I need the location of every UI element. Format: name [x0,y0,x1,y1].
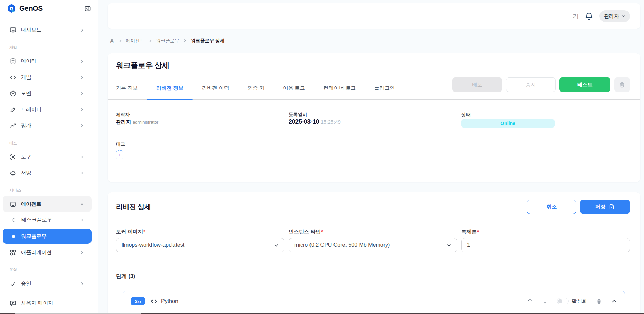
activate-toggle[interactable] [557,298,569,304]
page-title: 워크플로우 상세 [116,60,630,71]
save-button[interactable]: 저장 [580,200,630,214]
sidebar-item-label: 평가 [21,122,31,129]
revision-detail-card: 리비전 상세 취소 저장 도커 이미지* llmops-workflow-api… [108,192,640,314]
chevron-right-icon [80,91,84,96]
revision-buttons: 취소 저장 [527,200,630,214]
tab-revision-history[interactable]: 리비전 이력 [193,80,238,99]
chevron-down-icon [621,14,626,19]
sidebar-item-workflow[interactable]: 워크플로우 [3,229,92,244]
step-trash-icon[interactable] [596,298,602,304]
chevron-right-icon [80,107,84,112]
tab-auth-key[interactable]: 인증 키 [239,80,274,99]
chevron-right-icon [80,218,84,222]
chevron-right-icon [80,281,84,286]
chevron-right-icon [80,75,84,80]
replica-input[interactable]: 1 [461,238,630,252]
move-up-icon[interactable] [527,298,533,304]
registered-label: 등록일시 [289,112,457,117]
sidebar-item-approval[interactable]: 승인 [3,276,92,292]
top-header-bar: 가 관리자 [108,3,640,29]
registered-time: 15:25:49 [321,119,341,125]
step-card-header[interactable]: 2/3 Python 활성화 [131,297,617,305]
instance-type-select[interactable]: micro (0.2 CPU Core, 500 Mb Memory) [289,238,457,252]
sidebar-item-label: 승인 [21,280,31,287]
test-button[interactable]: 테스트 [559,77,610,92]
breadcrumb-agent[interactable]: 에이전트 [126,38,145,44]
instance-type-value: micro (0.2 CPU Core, 500 Mb Memory) [294,242,390,248]
sidebar-item-serving[interactable]: 서빙 [3,165,92,181]
cancel-button[interactable]: 취소 [527,200,576,214]
sidebar-item-userpage[interactable]: 사용자 페이지 [3,295,92,311]
sidebar-item-label: 사용자 페이지 [21,300,53,306]
sidebar-item-label: 대시보드 [21,27,41,33]
sidebar: GenOS 대시보드 개발 데이터 개발 모델 [0,0,98,314]
replica-value: 1 [467,242,470,248]
tab-usage-log[interactable]: 이용 로그 [274,80,314,99]
creator-id: administrator [133,120,158,125]
docker-image-select[interactable]: llmops-workflow-api:latest [116,238,284,252]
trend-icon [10,122,16,129]
chevron-right-icon [80,250,84,255]
font-size-button[interactable]: 가 [573,12,579,20]
sidebar-item-data[interactable]: 데이터 [3,53,92,69]
sidebar-collapse-icon[interactable] [84,5,91,12]
chevron-right-icon [80,28,84,33]
sidebar-item-label: 서빙 [21,170,31,176]
sidebar-item-taskflow[interactable]: 태스크플로우 [3,212,92,228]
main-area: 가 관리자 홈 에이전트 워크플로우 워크플로우 상세 워크플로우 상세 배포 … [98,0,644,314]
database-icon [10,58,16,65]
tab-revision-info[interactable]: 리비전 정보 [147,80,193,99]
apps-icon [10,249,16,256]
chevron-right-icon [183,39,187,43]
tab-container-log[interactable]: 컨테이너 로그 [314,80,365,99]
breadcrumb-home[interactable]: 홈 [110,38,114,44]
replica-label: 복제본* [461,228,630,235]
delete-button[interactable] [614,77,630,92]
sidebar-item-develop[interactable]: 개발 [3,69,92,85]
step-order-badge: 2/3 [131,297,145,305]
agent-icon [10,201,16,207]
sidebar-item-dashboard[interactable]: 대시보드 [3,22,92,38]
sidebar-item-model[interactable]: 모델 [3,85,92,101]
save-doc-icon [609,204,615,210]
sidebar-item-label: 애플리케이션 [21,249,52,256]
sidebar-item-label: 도구 [21,154,31,160]
docker-image-label: 도커 이미지* [116,228,284,235]
steps-divider [116,281,630,281]
bullet-icon [12,218,15,222]
steps-heading: 단계 (3) [116,273,630,280]
sidebar-item-trainer[interactable]: 트레이너 [3,101,92,118]
sidebar-item-agent[interactable]: 에이전트 [3,196,92,212]
tab-basic-info[interactable]: 기본 정보 [116,80,147,99]
instance-type-label: 인스턴스 타입* [289,228,457,235]
docker-image-value: llmops-workflow-api:latest [122,242,184,248]
code-icon [10,74,16,81]
sidebar-item-tools[interactable]: 도구 [3,149,92,165]
step-name: Python [161,298,178,304]
tab-plugin[interactable]: 플러그인 [365,80,404,99]
collapse-step-icon[interactable] [611,298,617,304]
sidebar-nav: 대시보드 개발 데이터 개발 모델 트레이너 평가 배포 [0,16,98,311]
status-label: 상태 [461,112,630,117]
tags-field: 태그 + [116,142,630,159]
sidebar-item-label: 에이전트 [21,201,41,207]
status-badge: Online [461,119,555,128]
save-label: 저장 [595,204,606,210]
stop-button[interactable]: 중지 [506,77,556,92]
creator-field: 제작자 관리자administrator [116,112,284,128]
chevron-down-icon [274,243,279,248]
deploy-button[interactable]: 배포 [452,77,502,92]
user-menu-button[interactable]: 관리자 [599,10,630,22]
breadcrumb-workflow[interactable]: 워크플로우 [156,38,180,44]
sidebar-item-eval[interactable]: 평가 [3,118,92,134]
sidebar-item-application[interactable]: 애플리케이션 [3,244,92,261]
logo-row: GenOS [0,0,98,16]
add-tag-button[interactable]: + [116,150,123,159]
sidebar-section-service: 서비스 [0,188,98,193]
activate-label: 활성화 [572,298,587,304]
instance-type-field: 인스턴스 타입* micro (0.2 CPU Core, 500 Mb Mem… [289,228,457,252]
user-name: 관리자 [604,13,619,20]
sidebar-item-label: 트레이너 [21,106,41,113]
move-down-icon[interactable] [542,298,548,304]
notification-bell-icon[interactable] [585,12,593,21]
